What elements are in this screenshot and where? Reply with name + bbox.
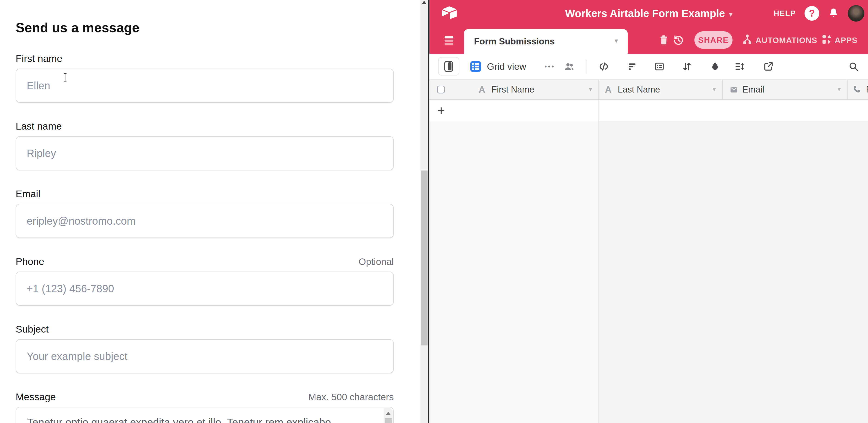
share-view-icon[interactable]: [763, 61, 774, 73]
tab-caret-icon[interactable]: ▾: [615, 37, 618, 44]
field-subject: Subject: [16, 323, 394, 373]
tab-form-submissions[interactable]: Form Submissions ▾: [464, 29, 628, 54]
trash-icon[interactable]: [658, 34, 670, 47]
base-tab-row: Form Submissions ▾ SHARE: [429, 27, 868, 54]
base-title-text: Workers Airtable Form Example: [565, 7, 725, 20]
first-name-label: First name: [16, 53, 394, 64]
toolbar-divider: [586, 60, 587, 73]
phone-label: Phone: [16, 255, 394, 267]
automations-icon: [741, 33, 753, 47]
apps-label: APPS: [835, 36, 858, 45]
collaborators-icon[interactable]: [564, 61, 575, 73]
group-icon[interactable]: [654, 61, 665, 73]
sidebar-toggle-button[interactable]: [438, 57, 459, 75]
column-header-email[interactable]: Email ▾: [722, 80, 847, 99]
phone-field-type-icon: [852, 85, 862, 95]
column-label: First Name: [492, 80, 534, 99]
apps-icon: [820, 33, 832, 47]
column-header-phone[interactable]: P: [847, 80, 868, 99]
form-heading: Send us a message: [16, 20, 140, 35]
last-name-input[interactable]: [16, 136, 394, 170]
airtable-window: Workers Airtable Form Example ▾ HELP ?: [428, 0, 868, 423]
sidebar-panel-icon: [444, 61, 453, 72]
base-title-caret-icon[interactable]: ▾: [729, 10, 732, 18]
email-label: Email: [16, 188, 394, 200]
history-icon[interactable]: [672, 34, 685, 47]
add-row-row[interactable]: +: [429, 100, 868, 121]
field-phone: Phone Optional: [16, 255, 394, 306]
phone-optional-note: Optional: [359, 256, 394, 267]
topbar-actions: HELP ?: [774, 0, 864, 27]
hamburger-menu-icon[interactable]: [444, 36, 453, 46]
airtable-topbar: Workers Airtable Form Example ▾ HELP ?: [429, 0, 868, 27]
field-message: Message Max. 500 characters Tenetur opti…: [16, 391, 394, 423]
phone-input[interactable]: [16, 272, 394, 306]
message-scrollbar-thumb[interactable]: [385, 418, 392, 423]
table-header-row: A First Name ▾ A Last Name ▾ Email ▾: [429, 80, 868, 100]
automations-label: AUTOMATIONS: [755, 36, 817, 45]
column-menu-caret-icon[interactable]: ▾: [713, 86, 716, 93]
text-field-type-icon: A: [605, 80, 612, 99]
text-field-type-icon: A: [478, 80, 485, 99]
avatar[interactable]: [848, 5, 864, 22]
row-height-icon[interactable]: [734, 61, 745, 73]
column-menu-caret-icon[interactable]: ▾: [838, 86, 841, 93]
column-header-first-name[interactable]: A First Name ▾: [429, 80, 598, 99]
message-maxchars-note: Max. 500 characters: [308, 392, 394, 402]
hide-fields-icon[interactable]: [598, 61, 609, 73]
subject-input[interactable]: [16, 339, 394, 373]
page-scrollbar[interactable]: [421, 0, 428, 423]
email-input[interactable]: [16, 204, 394, 238]
select-all-checkbox[interactable]: [437, 86, 445, 93]
share-button-label: SHARE: [698, 35, 729, 44]
filter-icon[interactable]: [627, 61, 638, 73]
grid-view-label[interactable]: Grid view: [487, 54, 526, 80]
message-scrollbar[interactable]: [384, 408, 393, 423]
apps-button[interactable]: APPS: [820, 27, 858, 54]
question-icon[interactable]: ?: [805, 6, 819, 21]
automations-button[interactable]: AUTOMATIONS: [741, 27, 817, 54]
contact-form-pane: Send us a message First name Last name E…: [0, 0, 421, 423]
color-icon[interactable]: [710, 61, 720, 73]
help-button[interactable]: HELP: [774, 9, 796, 18]
bell-icon[interactable]: [828, 7, 839, 19]
share-button[interactable]: SHARE: [694, 31, 733, 49]
field-last-name: Last name: [16, 120, 394, 170]
column-label: Email: [742, 80, 764, 99]
first-name-input[interactable]: [16, 68, 394, 103]
field-email: Email: [16, 188, 394, 238]
view-toolbar: Grid view •••: [429, 54, 868, 80]
message-textarea[interactable]: Tenetur optio quaerat expedita vero et i…: [16, 407, 394, 423]
search-icon[interactable]: [848, 61, 859, 73]
message-scroll-up-icon[interactable]: [386, 412, 391, 415]
column-menu-caret-icon[interactable]: ▾: [589, 86, 592, 93]
tab-label: Form Submissions: [474, 29, 555, 54]
add-row-plus-icon[interactable]: +: [437, 100, 445, 121]
field-first-name: First name: [16, 53, 394, 103]
column-label: Last Name: [618, 80, 660, 99]
view-options-icon[interactable]: •••: [545, 54, 555, 80]
last-name-label: Last name: [16, 120, 394, 132]
grid-canvas: [429, 121, 868, 423]
column-header-last-name[interactable]: A Last Name ▾: [598, 80, 722, 99]
column-divider: [598, 100, 599, 121]
subject-label: Subject: [16, 323, 394, 335]
grid-view-icon[interactable]: [470, 61, 481, 72]
message-text: Tenetur optio quaerat expedita vero et i…: [27, 416, 375, 423]
column-label: P: [866, 80, 868, 99]
email-field-type-icon: [730, 85, 738, 95]
sort-icon[interactable]: [681, 61, 692, 73]
page-scroll-up-icon[interactable]: [422, 1, 426, 4]
grid-canvas-frozen-column: [429, 121, 598, 423]
screen: Send us a message First name Last name E…: [0, 0, 868, 423]
page-scrollbar-thumb[interactable]: [421, 171, 428, 345]
